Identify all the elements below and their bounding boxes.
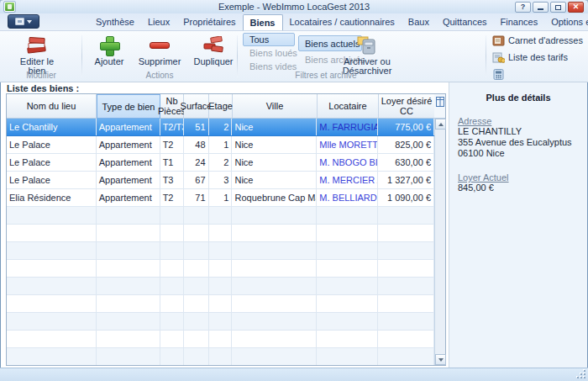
minimize-button[interactable] [533, 2, 549, 13]
cell-nom[interactable]: Le Palace [7, 154, 97, 171]
table-body: Le Chantilly Appartement T2/T3 51 2 Nice… [7, 119, 434, 365]
column-header-etage[interactable]: Etage [209, 94, 233, 119]
column-chooser-button[interactable] [434, 94, 445, 119]
column-chooser-icon [436, 97, 444, 107]
cell-nom[interactable]: Elia Résidence [7, 189, 97, 206]
scroll-up-button[interactable] [435, 119, 446, 130]
properties-table: Nom du lieu Type de bien Nb Pièces Surfa… [6, 93, 446, 366]
tab-finances[interactable]: Finances [494, 14, 545, 30]
duplicate-button[interactable]: Dupliquer [190, 34, 237, 74]
tab-synthese[interactable]: Synthèse [89, 14, 141, 30]
table-row[interactable]: Elia Résidence Appartement T2 71 1 Roque… [7, 189, 434, 207]
calculator-button[interactable] [492, 67, 583, 81]
price-list-button[interactable]: Liste des tarifs [492, 50, 583, 64]
cell-etage[interactable]: 3 [209, 172, 233, 188]
edit-property-button[interactable]: Editer le bien [10, 34, 64, 74]
delete-button[interactable]: Supprimer [134, 34, 185, 74]
cell-locataire-link[interactable]: M. BELLIARD Re... [317, 189, 378, 206]
group-label-modifier: Modifier [2, 71, 81, 80]
filter-all-button[interactable]: Tous [243, 33, 295, 46]
vertical-scrollbar[interactable] [434, 119, 445, 365]
cell-nom[interactable]: Le Palace [7, 172, 97, 188]
cell-locataire-link[interactable]: M. MERCIER Ale... [317, 172, 378, 188]
table-row-selected[interactable]: Le Chantilly Appartement T2/T3 51 2 Nice… [7, 119, 434, 136]
price-list-label: Liste des tarifs [508, 52, 568, 62]
table-row[interactable]: Le Palace Appartement T3 67 3 Nice M. ME… [7, 172, 434, 189]
cell-locataire-link[interactable]: M. FARRUGIA G... [317, 119, 378, 135]
cell-ville[interactable]: Nice [232, 119, 317, 135]
cell-surface[interactable]: 51 [184, 119, 209, 135]
cell-etage[interactable]: 2 [209, 119, 233, 135]
app-menu-button[interactable] [8, 14, 39, 29]
close-button[interactable]: ✕ [568, 2, 584, 13]
cell-ville[interactable]: Nice [232, 136, 317, 153]
filter-rented-button[interactable]: Biens loués [243, 46, 295, 60]
group-separator [486, 35, 486, 77]
cell-type[interactable]: Appartement [97, 119, 160, 135]
column-header-type[interactable]: Type de bien [97, 94, 160, 119]
tab-options[interactable]: Options et contrôles [544, 14, 588, 30]
rent-label: Loyer Actuel [458, 172, 587, 183]
help-button[interactable]: ? [515, 2, 531, 13]
tab-biens[interactable]: Biens [243, 14, 283, 30]
cell-type[interactable]: Appartement [97, 136, 160, 153]
restore-button[interactable] [550, 2, 566, 13]
cell-surface[interactable]: 24 [184, 154, 209, 171]
tab-quittances[interactable]: Quittances [436, 14, 494, 30]
resize-grip[interactable] [578, 371, 585, 378]
table-row-empty [7, 331, 434, 348]
restore-icon [555, 5, 561, 10]
scroll-down-button[interactable] [435, 354, 446, 365]
cell-pieces[interactable]: T1 [160, 154, 184, 171]
cell-loyer[interactable]: 630,00 € [378, 154, 434, 171]
cell-surface[interactable]: 71 [184, 189, 209, 206]
cell-type[interactable]: Appartement [97, 154, 160, 171]
tab-locataires[interactable]: Locataires / cautionnaires [283, 14, 402, 30]
address-book-button[interactable]: Carnet d'adresses [492, 34, 583, 47]
cell-locataire-link[interactable]: Mlle MORETTI E... [317, 136, 378, 153]
ribbon-tab-bar: Synthèse Lieux Propriétaires Biens Locat… [0, 13, 588, 30]
cell-ville[interactable]: Nice [232, 172, 317, 188]
cell-ville[interactable]: Roquebrune Cap Martin [232, 189, 317, 206]
column-header-surface[interactable]: Surface [184, 94, 209, 119]
cell-type[interactable]: Appartement [97, 172, 160, 188]
table-row[interactable]: Le Palace Appartement T2 48 1 Nice Mlle … [7, 136, 434, 154]
cell-etage[interactable]: 1 [209, 136, 233, 153]
table-row-empty [7, 278, 434, 295]
cell-pieces[interactable]: T2 [160, 189, 184, 206]
address-label: Adresse [458, 116, 587, 126]
cell-etage[interactable]: 2 [209, 154, 233, 171]
tab-lieux[interactable]: Lieux [141, 14, 176, 30]
cell-nom[interactable]: Le Palace [7, 136, 97, 153]
cell-surface[interactable]: 67 [184, 172, 209, 188]
address-section: Adresse LE CHANTILLY 355 Avenue des Euca… [458, 116, 587, 159]
add-button[interactable]: Ajouter [87, 34, 131, 74]
cell-surface[interactable]: 48 [184, 136, 209, 153]
cell-pieces[interactable]: T2 [160, 136, 184, 153]
details-title: Plus de détails [449, 93, 587, 103]
cell-loyer[interactable]: 825,00 € [378, 136, 434, 153]
table-row-empty [7, 260, 434, 278]
table-row[interactable]: Le Palace Appartement T1 24 2 Nice M. NB… [7, 154, 434, 172]
cell-loyer[interactable]: 775,00 € [378, 119, 434, 135]
column-header-ville[interactable]: Ville [233, 94, 318, 119]
column-header-locataire[interactable]: Locataire [318, 94, 379, 119]
ribbon-tabs: Synthèse Lieux Propriétaires Biens Locat… [89, 14, 588, 30]
tab-baux[interactable]: Baux [402, 14, 436, 30]
cell-loyer[interactable]: 1 090,00 € [378, 189, 434, 206]
chevron-down-icon [27, 20, 32, 24]
column-header-nom[interactable]: Nom du lieu [7, 94, 97, 119]
cell-nom[interactable]: Le Chantilly [7, 119, 97, 135]
cell-etage[interactable]: 1 [209, 189, 233, 206]
cell-pieces[interactable]: T3 [160, 172, 184, 188]
cell-ville[interactable]: Nice [232, 154, 317, 171]
tab-proprietaires[interactable]: Propriétaires [176, 14, 242, 30]
cell-locataire-link[interactable]: M. NBOGO Blaise [317, 154, 378, 171]
cell-loyer[interactable]: 1 327,00 € [378, 172, 434, 188]
column-header-loyer[interactable]: Loyer désiré CC [379, 94, 435, 119]
cell-type[interactable]: Appartement [97, 189, 160, 206]
delete-label: Supprimer [139, 57, 181, 66]
arrow-up-icon [438, 123, 444, 126]
archive-button[interactable]: Archiver ou Désarchiver [339, 34, 395, 74]
cell-pieces[interactable]: T2/T3 [160, 119, 184, 135]
